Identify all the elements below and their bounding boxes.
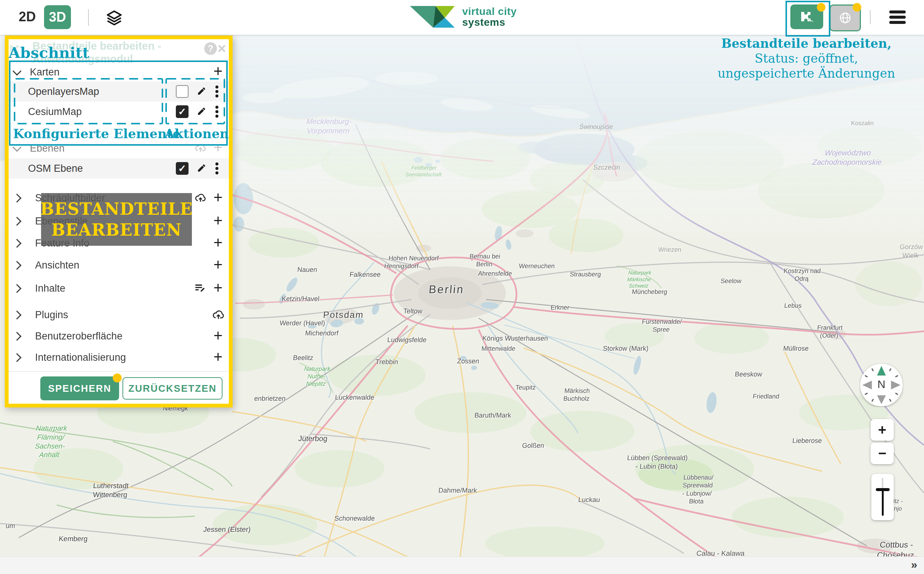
map-2d-button[interactable]: 2D xyxy=(19,9,36,25)
section-row-inhalte[interactable]: Inhalte + xyxy=(9,278,229,300)
footer-divider xyxy=(9,371,229,372)
zoom-out-glyph: − xyxy=(878,446,886,462)
brand-logo-text: virtual city systems xyxy=(462,6,517,28)
section-label: Plugins xyxy=(35,309,68,321)
close-icon[interactable]: × xyxy=(218,41,226,57)
section-label: Inhalte xyxy=(35,283,65,294)
notification-dot-globe xyxy=(853,3,861,11)
reset-button[interactable]: ZURÜCKSETZEN xyxy=(123,377,222,400)
annotation-configured-elements: Konfigurierte Elemente xyxy=(13,126,181,141)
chevron-right-icon xyxy=(12,310,21,319)
chevron-down-icon xyxy=(12,66,21,76)
chevron-right-icon xyxy=(12,353,21,362)
cloud-upload-icon[interactable] xyxy=(212,309,225,322)
list-item-cesiummap[interactable]: CesiumMap xyxy=(9,102,229,122)
edit-pencil-icon[interactable] xyxy=(196,162,207,174)
brand-line-2: systems xyxy=(462,17,517,28)
kebab-menu-icon[interactable] xyxy=(216,104,219,119)
unsaved-changes-dot xyxy=(113,374,122,382)
brand-logo-mark xyxy=(407,3,456,31)
annotation-strip: Konfigurierte Elemente Aktionen xyxy=(9,122,229,146)
section-row-karten[interactable]: Karten + xyxy=(9,62,229,82)
add-icon[interactable]: + xyxy=(212,327,224,345)
chevron-right-icon xyxy=(12,261,21,270)
add-icon[interactable]: + xyxy=(212,212,224,230)
tilt-track-bottom xyxy=(882,490,884,516)
edit-pencil-icon[interactable] xyxy=(196,106,207,118)
components-editor-panel: Bestandteile bearbeiten - Anwendungsmodu… xyxy=(5,35,233,407)
item-name: CesiumMap xyxy=(28,106,82,118)
item-checkbox[interactable] xyxy=(176,105,189,118)
zoom-in-button[interactable]: + xyxy=(870,419,894,441)
chevron-right-icon xyxy=(12,217,21,226)
list-item-osm-ebene[interactable]: OSM Ebene xyxy=(9,158,229,178)
brand-logo: virtual city systems xyxy=(407,3,517,31)
status-annotation: Bestandteile bearbeiten, Status: geöffne… xyxy=(702,36,911,81)
list-item-openlayersmap[interactable]: OpenlayersMap xyxy=(9,81,229,102)
item-name: OSM Ebene xyxy=(28,163,83,174)
status-line-2: Status: geöffnet, xyxy=(702,51,911,66)
kebab-menu-icon[interactable] xyxy=(216,161,219,176)
add-icon[interactable]: + xyxy=(212,348,224,366)
layers-icon[interactable] xyxy=(105,9,123,27)
item-checkbox[interactable] xyxy=(176,162,189,175)
status-line-3: ungespeicherte Änderungen xyxy=(702,66,911,81)
section-row-benutzeroberflaeche[interactable]: Benutzeroberfläche + xyxy=(9,325,229,347)
map-3d-button-active[interactable]: 3D xyxy=(44,5,71,29)
add-icon[interactable]: + xyxy=(212,62,224,80)
footer-bar: » xyxy=(0,557,924,574)
section-row-ansichten[interactable]: Ansichten + xyxy=(9,254,229,276)
annotation-actions: Aktionen xyxy=(165,126,229,141)
zoom-out-button[interactable]: − xyxy=(870,443,894,464)
chevron-right-icon xyxy=(12,194,21,202)
brand-line-1: virtual city xyxy=(462,6,517,17)
add-icon[interactable]: + xyxy=(212,256,224,274)
section-label: Ansichten xyxy=(35,260,80,271)
add-icon[interactable]: + xyxy=(212,189,224,207)
top-toolbar: 2D 3D virtual city systems xyxy=(0,0,924,35)
section-row-internationalisierung[interactable]: Internationalisierung + xyxy=(9,347,229,369)
annotation-section-label: Abschnitt xyxy=(9,44,89,61)
item-checkbox[interactable] xyxy=(176,85,189,98)
chevron-right-icon xyxy=(12,284,21,293)
edit-pencil-icon[interactable] xyxy=(196,85,207,98)
zoom-in-glyph: + xyxy=(878,422,886,438)
section-label: Karten xyxy=(30,66,60,78)
help-icon[interactable]: ? xyxy=(204,42,217,55)
tilt-slider[interactable] xyxy=(871,474,894,520)
kebab-menu-icon[interactable] xyxy=(216,84,219,99)
chevron-right-icon xyxy=(12,239,21,248)
toolbar-divider-right xyxy=(870,10,870,24)
list-edit-icon[interactable] xyxy=(194,283,206,295)
compass-n-label: N xyxy=(877,378,885,390)
cloud-upload-icon[interactable] xyxy=(194,192,207,205)
add-icon[interactable]: + xyxy=(212,279,224,297)
notification-dot-plugin xyxy=(817,3,825,11)
tilt-handle[interactable] xyxy=(876,488,889,491)
chevron-right-icon xyxy=(12,332,21,341)
footer-expand-button[interactable]: » xyxy=(911,558,917,571)
add-icon[interactable]: + xyxy=(212,234,224,252)
item-name: OpenlayersMap xyxy=(28,86,99,98)
menu-button[interactable] xyxy=(889,11,906,26)
section-row-plugins[interactable]: Plugins xyxy=(9,304,229,326)
save-button[interactable]: SPEICHERN xyxy=(40,377,119,401)
section-label: Benutzeroberfläche xyxy=(35,331,123,342)
compass-control[interactable]: N xyxy=(859,363,904,407)
status-line-1: Bestandteile bearbeiten, xyxy=(702,36,911,51)
globe-icon xyxy=(837,10,853,26)
toolbar-divider xyxy=(88,9,89,26)
section-label: Internationalisierung xyxy=(35,352,126,363)
annotation-overlay-bestandteile-bearbeiten: BESTANDTEILE BEARBEITEN xyxy=(41,193,192,246)
